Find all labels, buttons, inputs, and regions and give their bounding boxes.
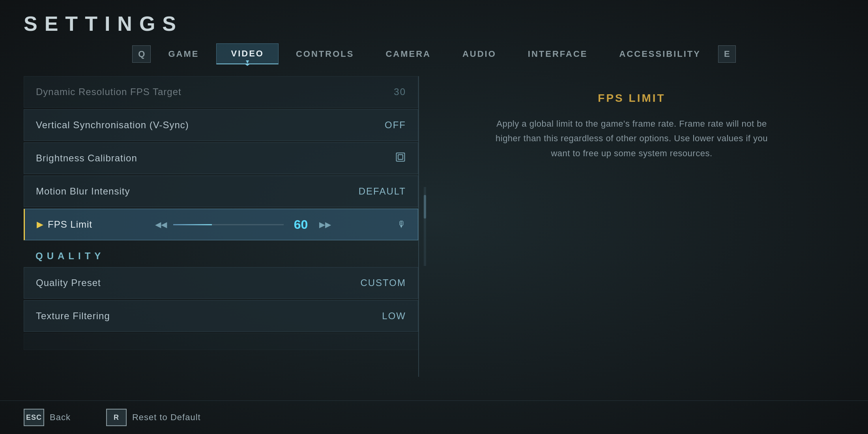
setting-row-texture-filtering[interactable]: Texture Filtering LOW [24,300,418,332]
fps-limit-label: FPS Limit [48,219,92,230]
tab-interface[interactable]: INTERFACE [514,44,602,64]
setting-row-fps-limit[interactable]: ▶ FPS Limit ◀◀ 60 ▶ [24,209,418,240]
info-content: FPS LIMIT Apply a global limit to the ga… [494,84,770,161]
dynamic-resolution-label: Dynamic Resolution FPS Target [36,86,181,97]
info-panel: FPS LIMIT Apply a global limit to the ga… [419,76,844,377]
tab-accessibility[interactable]: ACCESSIBILITY [605,44,715,64]
nav-bracket-right[interactable]: E [718,45,736,63]
texture-filtering-label: Texture Filtering [36,311,110,322]
fps-slider-value-group: 60 [173,217,313,232]
setting-row-brightness[interactable]: Brightness Calibration [24,142,418,174]
quality-preset-label: Quality Preset [36,277,101,288]
tab-video[interactable]: VIDEO [216,43,278,64]
svg-rect-0 [397,153,405,161]
page-title: SETTINGS [24,12,844,36]
settings-panel: Dynamic Resolution FPS Target 30 Vertica… [24,76,418,377]
svg-rect-1 [398,155,403,159]
scrollbar-thumb [424,195,426,219]
dynamic-resolution-value: 30 [394,86,406,97]
reset-label: Reset to Default [132,412,201,423]
quality-preset-value: CUSTOM [360,277,406,288]
back-label: Back [50,412,71,423]
reset-key-badge: R [106,409,127,426]
settings-list: Dynamic Resolution FPS Target 30 Vertica… [24,76,418,377]
fps-limit-value: 60 [289,217,313,232]
scrollbar[interactable] [424,187,426,266]
reset-button[interactable]: R Reset to Default [106,409,201,426]
vsync-value: OFF [385,120,406,131]
back-button[interactable]: ESC Back [24,409,71,426]
back-key-badge: ESC [24,409,44,426]
slider-arrow-left[interactable]: ◀◀ [155,220,167,229]
fps-slider-track[interactable] [173,224,284,225]
slider-arrow-right[interactable]: ▶▶ [319,220,331,229]
active-tab-indicator [246,60,249,64]
setting-row-motion-blur[interactable]: Motion Blur Intensity DEFAULT [24,176,418,207]
fps-limit-slider-container[interactable]: ◀◀ 60 ▶▶ [155,217,331,232]
tab-game[interactable]: GAME [154,44,213,64]
footer: ESC Back R Reset to Default [0,400,868,434]
motion-blur-label: Motion Blur Intensity [36,186,130,197]
quality-section-header: QUALITY [24,242,418,266]
setting-row-dynamic-resolution[interactable]: Dynamic Resolution FPS Target 30 [24,76,418,108]
motion-blur-value: DEFAULT [359,186,406,197]
fps-slider-fill [173,224,212,225]
setting-row-partial [24,333,418,350]
nav-tabs: Q GAME VIDEO CONTROLS CAMERA AUDIO INTER… [0,36,868,64]
setting-row-vsync[interactable]: Vertical Synchronisation (V-Sync) OFF [24,109,418,141]
fps-limit-name-group: ▶ FPS Limit [37,219,92,230]
tab-audio[interactable]: AUDIO [448,44,511,64]
slider-track-group [173,224,284,225]
calibration-icon [395,152,406,165]
brightness-label: Brightness Calibration [36,153,137,164]
vsync-label: Vertical Synchronisation (V-Sync) [36,120,189,131]
active-row-indicator: ▶ [37,219,44,230]
content-area: Dynamic Resolution FPS Target 30 Vertica… [0,64,868,400]
setting-row-quality-preset[interactable]: Quality Preset CUSTOM [24,267,418,299]
nav-bracket-left[interactable]: Q [132,45,151,63]
tab-controls[interactable]: CONTROLS [282,44,368,64]
tab-camera[interactable]: CAMERA [371,44,445,64]
info-title: FPS LIMIT [494,92,770,105]
texture-filtering-value: LOW [382,311,406,322]
mic-icon: 🎙 [397,219,406,230]
info-description: Apply a global limit to the game's frame… [494,116,770,161]
